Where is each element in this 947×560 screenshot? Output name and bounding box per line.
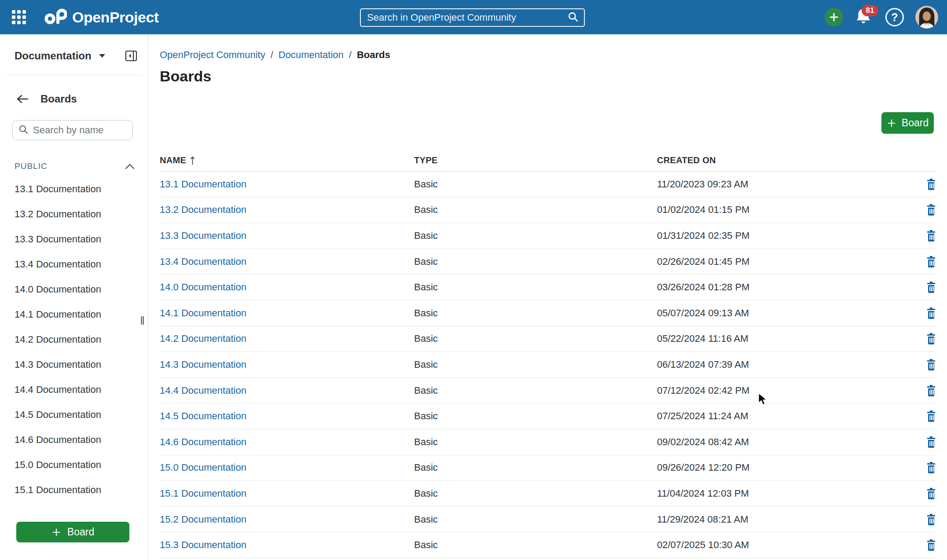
- board-name-link[interactable]: 15.0 Documentation: [160, 462, 246, 473]
- board-created-on: 11/04/2024 12:03 PM: [657, 488, 918, 499]
- table-row: 15.0 Documentation Basic 09/26/2024 12:2…: [160, 455, 937, 481]
- table-row: 14.0 Documentation Basic 03/26/2024 01:2…: [160, 275, 937, 300]
- sidebar-search-input[interactable]: [33, 124, 127, 136]
- sidebar-board-item[interactable]: 14.4 Documentation: [0, 377, 148, 402]
- board-created-on: 01/02/2024 01:15 PM: [657, 204, 918, 216]
- board-name-link[interactable]: 14.5 Documentation: [160, 410, 246, 421]
- sidebar-search-field[interactable]: [12, 120, 133, 140]
- sidebar-board-item[interactable]: 15.0 Documentation: [0, 452, 148, 477]
- table-body: 13.1 Documentation Basic 11/20/2023 09:2…: [160, 172, 937, 558]
- board-type: Basic: [414, 204, 657, 216]
- sidebar-board-item[interactable]: 14.2 Documentation: [0, 327, 148, 352]
- project-name[interactable]: Documentation: [15, 50, 92, 62]
- board-name-link[interactable]: 13.2 Documentation: [160, 204, 246, 215]
- board-name-link[interactable]: 13.1 Documentation: [160, 179, 246, 190]
- sidebar-board-item[interactable]: 14.1 Documentation: [0, 302, 148, 327]
- delete-board-button[interactable]: [925, 538, 937, 552]
- global-search-bar[interactable]: [360, 8, 585, 27]
- chevron-up-icon[interactable]: [125, 163, 135, 169]
- delete-board-button[interactable]: [925, 358, 937, 372]
- delete-board-button[interactable]: [925, 255, 937, 269]
- board-type: Basic: [414, 307, 657, 319]
- trash-icon: [926, 178, 936, 190]
- board-name-link[interactable]: 15.1 Documentation: [160, 488, 246, 499]
- public-section-header[interactable]: PUBLIC: [15, 161, 135, 171]
- sidebar-add-board-label: Board: [67, 526, 94, 538]
- delete-board-button[interactable]: [925, 409, 937, 423]
- sidebar-board-item[interactable]: 13.1 Documentation: [0, 176, 148, 201]
- board-name-link[interactable]: 14.4 Documentation: [160, 385, 246, 396]
- board-type: Basic: [414, 333, 657, 344]
- table-row: 13.2 Documentation Basic 01/02/2024 01:1…: [160, 198, 937, 223]
- delete-board-button[interactable]: [925, 384, 937, 398]
- board-name-link[interactable]: 14.2 Documentation: [160, 333, 246, 344]
- board-name-link[interactable]: 14.3 Documentation: [160, 359, 246, 370]
- delete-board-button[interactable]: [925, 203, 937, 217]
- table-row: 15.1 Documentation Basic 11/04/2024 12:0…: [160, 481, 937, 507]
- board-type: Basic: [414, 410, 657, 422]
- column-header-type[interactable]: TYPE: [414, 155, 657, 165]
- sidebar-board-item[interactable]: 14.3 Documentation: [0, 352, 148, 377]
- board-type: Basic: [414, 488, 657, 499]
- table-row: 13.4 Documentation Basic 02/26/2024 01:4…: [160, 249, 937, 275]
- openproject-logo[interactable]: OpenProject: [44, 8, 159, 26]
- breadcrumb-link-community[interactable]: OpenProject Community: [160, 49, 265, 61]
- table-row: 14.3 Documentation Basic 06/13/2024 07:3…: [160, 352, 937, 378]
- sidebar-board-item[interactable]: 14.6 Documentation: [0, 427, 148, 452]
- apps-grid-icon[interactable]: [11, 9, 27, 26]
- board-name-link[interactable]: 15.2 Documentation: [160, 514, 246, 525]
- board-type: Basic: [414, 230, 657, 242]
- sidebar-add-board-button[interactable]: Board: [16, 522, 129, 542]
- sidebar-board-item[interactable]: 14.5 Documentation: [0, 402, 148, 427]
- board-type: Basic: [414, 462, 657, 473]
- breadcrumb-current: Boards: [357, 49, 390, 61]
- delete-board-button[interactable]: [925, 280, 937, 294]
- table-row: 14.4 Documentation Basic 07/12/2024 02:4…: [160, 378, 937, 404]
- board-name-link[interactable]: 14.0 Documentation: [160, 282, 246, 293]
- project-selector[interactable]: Documentation: [0, 40, 148, 71]
- delete-board-button[interactable]: [925, 229, 937, 243]
- delete-board-button[interactable]: [925, 177, 937, 191]
- delete-board-button[interactable]: [925, 306, 937, 320]
- sidebar-board-item[interactable]: 15.1 Documentation: [0, 477, 148, 502]
- collapse-sidebar-icon[interactable]: [125, 50, 137, 62]
- user-avatar[interactable]: [915, 6, 938, 29]
- board-name-link[interactable]: 13.3 Documentation: [160, 230, 246, 241]
- notifications-button[interactable]: 81: [855, 7, 874, 28]
- sidebar-resize-handle[interactable]: ‖: [140, 314, 145, 328]
- back-arrow-icon[interactable]: [16, 94, 29, 104]
- board-type: Basic: [414, 436, 657, 448]
- board-name-link[interactable]: 13.4 Documentation: [160, 256, 246, 267]
- help-button[interactable]: ?: [885, 8, 904, 26]
- sidebar-board-item[interactable]: 13.3 Documentation: [0, 227, 148, 252]
- delete-board-button[interactable]: [925, 435, 937, 449]
- column-header-name[interactable]: NAME: [160, 155, 414, 165]
- board-created-on: 07/25/2024 11:24 AM: [657, 410, 918, 422]
- board-name-link[interactable]: 14.1 Documentation: [160, 307, 246, 318]
- table-row: 14.6 Documentation Basic 09/02/2024 08:4…: [160, 429, 937, 455]
- breadcrumb-link-project[interactable]: Documentation: [279, 49, 344, 61]
- global-search-input[interactable]: [367, 12, 567, 23]
- page-title: Boards: [160, 68, 947, 85]
- sidebar-board-item[interactable]: 13.4 Documentation: [0, 252, 148, 277]
- column-header-created-on[interactable]: CREATED ON: [657, 155, 918, 165]
- board-name-link[interactable]: 15.3 Documentation: [160, 539, 246, 550]
- delete-board-button[interactable]: [925, 512, 937, 527]
- sidebar-board-item[interactable]: 13.2 Documentation: [0, 201, 148, 227]
- board-name-link[interactable]: 14.6 Documentation: [160, 436, 246, 447]
- board-type: Basic: [414, 179, 657, 190]
- add-board-button[interactable]: Board: [881, 112, 934, 134]
- delete-board-button[interactable]: [925, 487, 937, 501]
- search-icon[interactable]: [567, 11, 579, 24]
- delete-board-button[interactable]: [925, 461, 937, 475]
- trash-icon: [926, 384, 936, 397]
- trash-icon: [926, 539, 936, 551]
- delete-board-button[interactable]: [925, 332, 937, 346]
- trash-icon: [926, 204, 936, 216]
- sidebar-board-item[interactable]: 14.0 Documentation: [0, 277, 148, 302]
- table-row: 14.2 Documentation Basic 05/22/2024 11:1…: [160, 326, 937, 352]
- logo-text: OpenProject: [72, 9, 159, 26]
- table-row: 13.3 Documentation Basic 01/31/2024 02:3…: [160, 223, 937, 249]
- quick-add-button[interactable]: [825, 8, 843, 26]
- chevron-down-icon[interactable]: [99, 52, 106, 60]
